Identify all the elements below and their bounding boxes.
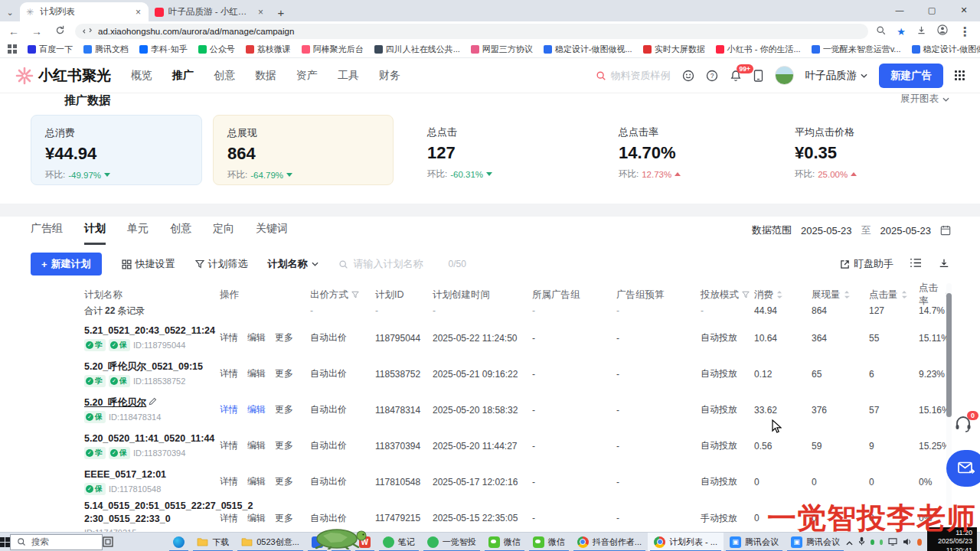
- url-bar[interactable]: ad.xiaohongshu.com/aurora/ad/manage/camp…: [75, 24, 868, 39]
- tab-close-icon[interactable]: ×: [134, 7, 142, 18]
- plan-name[interactable]: 5.20_呼伦贝尔_0521_09:15: [84, 360, 220, 373]
- action-detail[interactable]: 详情: [220, 331, 238, 344]
- action-more[interactable]: 更多: [275, 367, 293, 380]
- tray-app-icon[interactable]: [880, 540, 884, 545]
- entity-tab-4[interactable]: 定向: [213, 222, 234, 245]
- scrollbar-thumb[interactable]: [946, 293, 952, 417]
- nav-item-5[interactable]: 工具: [338, 69, 359, 83]
- sort-icon[interactable]: [901, 290, 907, 299]
- brand-logo[interactable]: 小红书聚光: [15, 66, 111, 86]
- date-to[interactable]: 2025-05-23: [880, 225, 932, 236]
- watch-assistant-button[interactable]: 盯盘助手: [840, 257, 893, 271]
- action-more[interactable]: 更多: [275, 403, 293, 416]
- plan-name[interactable]: 5.20_0520_11:41_0520_11:44: [84, 432, 220, 445]
- help-icon[interactable]: ?: [706, 70, 718, 82]
- taskbar-item-11[interactable]: 计划列表 - ...: [648, 533, 724, 551]
- plan-name[interactable]: 5.21_0521_20:43_0522_11:24: [84, 324, 220, 337]
- mobile-preview-icon[interactable]: [753, 70, 763, 82]
- col-header-4[interactable]: 计划创建时间: [433, 289, 532, 302]
- tray-app-icon[interactable]: [871, 540, 874, 545]
- sort-icon[interactable]: [776, 290, 782, 299]
- tray-app-icon[interactable]: [917, 539, 922, 546]
- entity-tab-1[interactable]: 计划: [84, 222, 106, 245]
- col-header-11[interactable]: 点击率: [919, 282, 947, 308]
- action-edit[interactable]: 编辑: [247, 475, 266, 488]
- search-type-select[interactable]: 计划名称: [268, 257, 318, 271]
- col-header-7[interactable]: 投放模式: [701, 289, 754, 302]
- bookmark-item[interactable]: 稳定设计-做图做视...: [544, 44, 632, 55]
- bookmark-item[interactable]: 四川人社在线公共...: [374, 44, 460, 55]
- bookmark-item[interactable]: 百度一下: [28, 44, 73, 55]
- entity-tab-2[interactable]: 单元: [127, 222, 149, 245]
- window-minimize-button[interactable]: —: [884, 0, 916, 20]
- header-search[interactable]: 物料资质样例: [596, 69, 671, 83]
- taskbar-item-7[interactable]: 一觉智投: [421, 533, 482, 551]
- taskbar-search-input[interactable]: 搜索: [10, 534, 103, 550]
- bookmark-item[interactable]: 荔枝微课: [246, 44, 291, 55]
- filter-icon[interactable]: [742, 291, 750, 298]
- emoji-icon[interactable]: [682, 70, 694, 82]
- browser-tab-1[interactable]: ✳ 计划列表 ×: [20, 2, 149, 21]
- bookmark-item[interactable]: 一觉醒来智意运营v...: [812, 44, 901, 55]
- expand-chart[interactable]: 展开图表: [900, 93, 949, 106]
- browser-tab-2[interactable]: 叶子品质游 - 小红书搜索 ×: [149, 2, 271, 21]
- taskbar-item-10[interactable]: 抖音创作者...: [571, 533, 648, 551]
- action-detail[interactable]: 详情: [220, 512, 238, 525]
- reload-icon[interactable]: [52, 25, 67, 37]
- filter-icon[interactable]: [351, 291, 359, 298]
- col-header-2[interactable]: 出价方式: [310, 289, 375, 302]
- edit-pencil-icon[interactable]: [149, 397, 157, 406]
- notification-bell-icon[interactable]: 99+: [730, 70, 742, 82]
- plan-filter-button[interactable]: 计划筛选: [195, 257, 248, 271]
- date-from[interactable]: 2025-05-23: [801, 225, 852, 236]
- nav-item-1[interactable]: 推广: [172, 69, 194, 83]
- col-header-1[interactable]: 操作: [220, 289, 310, 302]
- taskbar-item-6[interactable]: 笔记: [377, 533, 421, 551]
- col-header-3[interactable]: 计划ID: [375, 289, 433, 302]
- account-avatar[interactable]: [775, 66, 794, 85]
- plan-search-input[interactable]: 请输入计划名称 0/50: [338, 257, 466, 271]
- action-more[interactable]: 更多: [275, 439, 293, 452]
- new-tab-button[interactable]: +: [271, 3, 291, 21]
- window-maximize-button[interactable]: ▢: [916, 0, 948, 20]
- calendar-icon[interactable]: [940, 225, 951, 236]
- action-more[interactable]: 更多: [275, 475, 293, 488]
- forward-icon[interactable]: →: [29, 25, 44, 37]
- column-settings-icon[interactable]: [910, 258, 922, 270]
- col-header-6[interactable]: 广告组预算: [616, 289, 701, 302]
- bookmark-star-icon[interactable]: ★: [897, 26, 906, 37]
- action-edit[interactable]: 编辑: [247, 367, 266, 380]
- support-headset-button[interactable]: 0: [954, 416, 972, 435]
- taskbar-item-0[interactable]: [167, 533, 191, 551]
- apps-grid-icon[interactable]: [8, 43, 17, 57]
- bookmark-item[interactable]: 公众号: [198, 44, 235, 55]
- pencil-wrap[interactable]: [149, 397, 157, 408]
- col-header-5[interactable]: 所属广告组: [532, 289, 616, 302]
- download-icon[interactable]: [916, 24, 926, 38]
- nav-item-6[interactable]: 财务: [379, 69, 400, 83]
- action-detail[interactable]: 详情: [220, 475, 238, 488]
- action-edit[interactable]: 编辑: [247, 512, 266, 525]
- bookmark-item[interactable]: 实时大屏数据: [643, 44, 705, 55]
- app-grid-icon[interactable]: [955, 70, 965, 80]
- bookmark-item[interactable]: 网盟三方协议: [471, 44, 533, 55]
- action-detail[interactable]: 详情: [220, 367, 238, 380]
- bookmark-item[interactable]: 腾讯文档: [83, 44, 129, 55]
- new-plan-button[interactable]: + 新建计划: [31, 253, 102, 276]
- col-header-9[interactable]: 展现量: [812, 289, 869, 302]
- col-header-0[interactable]: 计划名称: [84, 289, 220, 302]
- window-close-button[interactable]: ✕: [948, 0, 980, 20]
- action-edit[interactable]: 编辑: [247, 331, 266, 344]
- new-ad-button[interactable]: 新建广告: [879, 64, 943, 88]
- taskbar-item-1[interactable]: 下载: [191, 533, 235, 551]
- nav-item-0[interactable]: 概览: [131, 69, 152, 83]
- taskbar-item-8[interactable]: 微信: [482, 533, 527, 551]
- back-icon[interactable]: ←: [6, 25, 21, 37]
- taskbar-item-2[interactable]: 0523创意...: [235, 533, 305, 551]
- action-edit[interactable]: 编辑: [247, 403, 266, 416]
- action-detail[interactable]: 详情: [220, 403, 238, 416]
- nav-item-4[interactable]: 资产: [296, 69, 318, 83]
- taskbar-item-9[interactable]: 微信: [527, 533, 571, 551]
- entity-tab-3[interactable]: 创意: [170, 222, 191, 245]
- plan-name[interactable]: 5.14_0515_20:51_0515_22:27_0515_2: [84, 500, 220, 513]
